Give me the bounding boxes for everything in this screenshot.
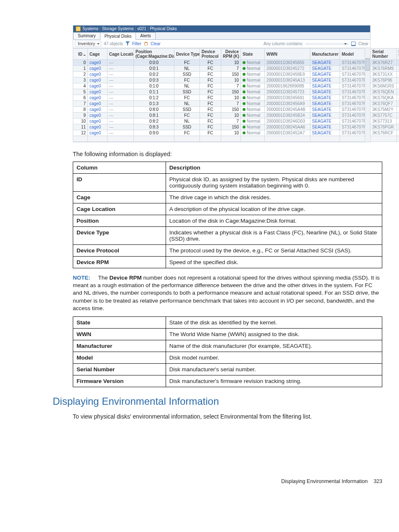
- note-bold: Device RPM: [110, 275, 142, 281]
- filter-dropdown[interactable]: Inventory: [75, 41, 101, 47]
- doc-row: Serial NumberDisk manufacturer's serial …: [73, 364, 382, 375]
- column-description-table-1: ColumnDescriptionIDPhysical disk ID, as …: [73, 162, 382, 268]
- table-row[interactable]: 10cage0---0:8:2NLFC7Normal2000001D38246D…: [73, 118, 399, 124]
- any-column-dropdown[interactable]: [306, 43, 348, 45]
- table-row[interactable]: 12cage0---0:9:0FCFC10Normal2000001D38245…: [73, 130, 399, 136]
- col-manufacturer[interactable]: Manufacturer: [310, 49, 340, 60]
- section-body: To view physical disks' environmental in…: [73, 413, 382, 420]
- table-row[interactable]: 1cage0---0:0:1NLFC7Normal2000001D3824527…: [73, 66, 399, 72]
- page-footer: Displaying Environmental Information 323: [73, 478, 382, 484]
- note-paragraph: NOTE: The Device RPM number does not rep…: [73, 274, 382, 312]
- table-row[interactable]: 6cage0---0:1:2FCFC10Normal2000001D382456…: [73, 95, 399, 101]
- tabstrip: SummaryPhysical DisksAlerts: [73, 32, 370, 40]
- doc-col-header: Description: [166, 162, 382, 174]
- footer-page-number: 323: [373, 478, 382, 484]
- tab-alerts[interactable]: Alerts: [136, 32, 156, 39]
- footer-title: Displaying Environmental Information: [281, 478, 368, 484]
- tab-summary[interactable]: Summary: [73, 32, 100, 39]
- col-serial[interactable]: SerialNumber: [371, 49, 397, 60]
- breadcrumb: Systems : Storage Systems : s021 : Physi…: [82, 26, 177, 31]
- documentation-body: The following information is displayed: …: [73, 151, 382, 484]
- doc-row: IDPhysical disk ID, as assigned by the s…: [73, 174, 382, 192]
- scroll-thumb[interactable]: [366, 58, 370, 71]
- svg-rect-1: [351, 45, 356, 46]
- doc-row: CageThe drive cage in which the disk res…: [73, 192, 382, 203]
- physical-disks-grid: IDCageCage LocationPosition(Cage:Magazin…: [73, 48, 399, 142]
- physical-disks-panel: Systems : Storage Systems : s021 : Physi…: [73, 25, 371, 142]
- svg-rect-0: [351, 42, 356, 45]
- clear-link[interactable]: Clear: [151, 41, 161, 46]
- col-cage[interactable]: Cage: [88, 49, 107, 60]
- grid-wrapper: IDCageCage LocationPosition(Cage:Magazin…: [73, 48, 370, 142]
- doc-row: WWNThe World Wide Name (WWN) assigned to…: [73, 329, 382, 340]
- table-row[interactable]: 0cage0---0:0:0FCFC10Normal2000001D382456…: [73, 60, 399, 66]
- col-id[interactable]: ID: [73, 49, 88, 60]
- note-label: NOTE:: [73, 275, 90, 281]
- table-row-empty: [73, 136, 399, 142]
- folder-icon: [76, 26, 81, 31]
- object-count: 47 objects: [104, 41, 123, 46]
- filter-link[interactable]: Filter: [132, 41, 141, 46]
- doc-row: Firmware VersionDisk manufacturer's firm…: [73, 375, 382, 387]
- doc-row: StateState of the disk as identified by …: [73, 317, 382, 329]
- table-row[interactable]: 3cage0---0:0:3FCFC10Normal2000001D38245A…: [73, 77, 399, 83]
- lead-paragraph: The following information is displayed:: [73, 151, 382, 157]
- vertical-scrollbar[interactable]: [365, 48, 370, 142]
- doc-row: Cage LocationA description of the physic…: [73, 203, 382, 215]
- col-cage-location[interactable]: Cage Location: [107, 49, 134, 60]
- toolbar: Inventory 47 objects Filter Clear Any co…: [73, 40, 370, 48]
- table-row[interactable]: 8cage0---0:8:0SSDFC150Normal2000001D3824…: [73, 107, 399, 113]
- note-before: The: [98, 275, 110, 281]
- doc-row: ModelDisk model number.: [73, 352, 382, 364]
- col-state[interactable]: State: [241, 49, 265, 60]
- clear-search-link[interactable]: Clear: [358, 41, 368, 46]
- doc-row: Device ProtocolThe protocol used by the …: [73, 245, 382, 257]
- export-icon[interactable]: [351, 41, 356, 46]
- table-row[interactable]: 5cage0---0:1:1SSDFC150Normal2000001D3824…: [73, 89, 399, 95]
- col-device[interactable]: DeviceProtocol: [200, 49, 221, 60]
- table-row[interactable]: 11cage0---0:8:3SSDFC150Normal2000001D382…: [73, 124, 399, 130]
- doc-row: Device TypeIndicates whether a physical …: [73, 227, 382, 245]
- col-device-type[interactable]: Device Type: [174, 49, 200, 60]
- table-row[interactable]: 7cage0---0:1:3NLFC7Normal2000001D382456A…: [73, 101, 399, 107]
- col-device[interactable]: DeviceRPM (K): [221, 49, 241, 60]
- filter-icon[interactable]: [125, 41, 130, 46]
- breadcrumb-bar: Systems : Storage Systems : s021 : Physi…: [73, 26, 370, 32]
- table-row[interactable]: 2cage0---0:0:2SSDFC150Normal2000001D3824…: [73, 72, 399, 77]
- doc-row: PositionLocation of the disk in Cage:Mag…: [73, 215, 382, 227]
- doc-row: Device RPMSpeed of the specified disk.: [73, 257, 382, 268]
- doc-col-header: Column: [73, 162, 166, 174]
- col-wwn[interactable]: WWN: [265, 49, 310, 60]
- table-row[interactable]: 9cage0---0:8:1FCFC10Normal2000001D38245B…: [73, 113, 399, 118]
- col-position[interactable]: Position(Cage:Magazine:Disk): [134, 49, 174, 60]
- grid-header-row: IDCageCage LocationPosition(Cage:Magazin…: [73, 49, 399, 60]
- table-row[interactable]: 4cage0---0:1:0NLFC7Normal200000186288908…: [73, 83, 399, 89]
- column-description-table-2: StateState of the disk as identified by …: [73, 316, 382, 387]
- col-firmware[interactable]: FirmwareVersion: [397, 49, 399, 60]
- any-column-label: Any column contains:: [263, 41, 303, 46]
- tab-physical-disks[interactable]: Physical Disks: [100, 33, 136, 40]
- doc-row: ManufacturerName of the disk manufacture…: [73, 340, 382, 352]
- section-heading: Displaying Environmental Information: [53, 396, 382, 407]
- clear-icon[interactable]: [144, 41, 148, 46]
